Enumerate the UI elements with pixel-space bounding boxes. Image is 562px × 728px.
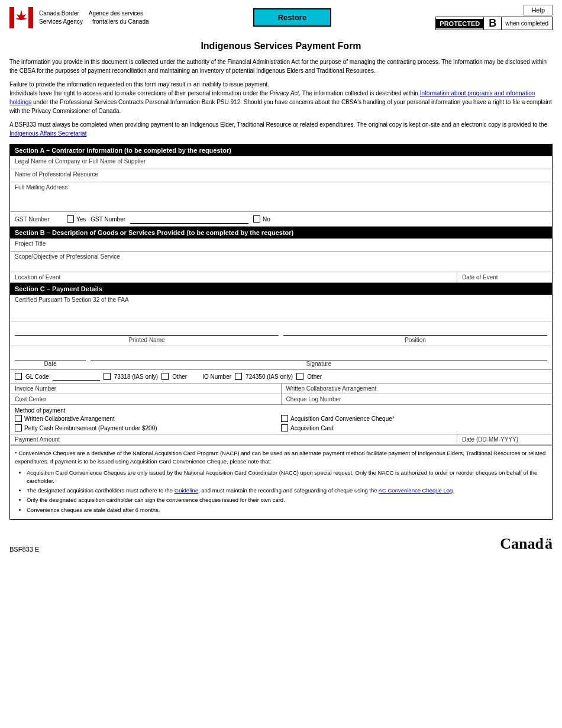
gst-number-field[interactable] [130,214,248,224]
io-other-cb[interactable] [296,373,303,380]
gl-line[interactable] [53,372,100,381]
svg-rect-0 [9,7,14,28]
gst-no-label: No [263,216,270,223]
method-row: Method of payment Written Collaborative … [10,405,552,434]
section-c-header: Section C – Payment Details [10,283,552,295]
payment-amount-label: Payment Amount [15,436,60,443]
method4-cb[interactable] [281,424,288,431]
signature-line[interactable] [91,349,547,360]
section-a-header: Section A – Contractor information (to b… [10,144,552,156]
cost-center-cell: Cost Center [10,394,282,404]
ac-log-link[interactable]: AC Convenience Cheque Log [379,487,453,494]
form-code: BSF833 E [9,546,39,553]
other-gl-label: Other [172,373,187,380]
canada-a-accented: ä [545,535,553,553]
agency-fr: Agence des services [89,9,143,18]
intro-text-3: Individuals have the right to access and… [9,90,552,114]
method-label: Method of payment [15,407,66,414]
date-sig-row: Date Signature [10,346,552,370]
certified-row: Certified Pursuant To Section 32 of the … [10,295,552,321]
gl-code-label: GL Code [25,373,49,380]
gst-number-label: GST Number [91,216,125,223]
method3-cb[interactable] [281,415,288,422]
io-section: IO Number 724350 (IAS only) Other [202,373,322,380]
date-block: Date [15,349,86,367]
gst-no-checkbox: No [253,215,270,223]
signature-label: Signature [306,360,332,367]
footnote-bullet3: Only the designated acquisition cardhold… [27,496,547,504]
printed-name-row: Printed Name Position [10,321,552,346]
help-button[interactable]: Help [524,5,553,15]
intro-text-2: Failure to provide the information reque… [9,81,269,88]
form-outer: Section A – Contractor information (to b… [9,144,553,520]
method4-option: Acquisition Card [281,424,547,431]
io-724350-cb[interactable] [235,373,242,380]
bsf-note: A BSF833 must always be completed when p… [9,120,553,138]
date-event-label: Date of Event [462,274,498,281]
restore-btn-area: Restore [253,8,331,27]
location-label: Location of Event [15,274,60,281]
printed-name-block: Printed Name [15,324,279,343]
cheque-log-label: Cheque Log Number [286,396,341,402]
top-header: Canada Border Agence des services Servic… [0,0,562,35]
agency-en2: Services Agency [39,18,83,26]
method2-cb[interactable] [15,424,22,431]
professional-label: Name of Professional Resource [15,171,98,178]
field-date-event: Date of Event [457,272,552,282]
intro-text-1: The information you provide in this docu… [9,59,547,74]
gl-cb[interactable] [15,373,22,380]
payment-date-label: Date (DD-MM-YYYY) [462,436,518,443]
canada-text: Canad [500,535,544,553]
method-options: Written Collaborative Arrangement Petty … [15,415,547,431]
intro-paragraph-2: Failure to provide the information reque… [9,80,553,115]
svg-rect-1 [28,7,33,28]
company-label: Legal Name of Company or Full Name of Su… [15,158,146,165]
protected-label: PROTECTED [436,19,483,28]
agency-text: Canada Border Agence des services Servic… [39,9,149,26]
footnote-bullet2: The designated acquisition cardholders m… [27,487,547,495]
canada-wordmark: Canadä [500,535,553,553]
scope-label: Scope/Objective of Professional Service [15,253,120,260]
io-number-label: IO Number [202,373,231,380]
intro-paragraph-1: The information you provide in this docu… [9,57,553,75]
field-scope: Scope/Objective of Professional Service [10,252,552,272]
date-line[interactable] [15,349,86,360]
gl-other-cb[interactable] [162,373,169,380]
gl-value: 73318 (IAS only) [114,373,159,380]
date-label: Date [44,360,56,367]
position-block: Position [283,324,547,343]
wca-label: Written Collaborative Arrangement [286,385,377,392]
position-line[interactable] [283,324,547,336]
field-project: Project Title [10,239,552,252]
agency-en: Canada Border [39,9,79,18]
form-title: Indigenous Services Payment Form [9,41,553,51]
gst-no-cb[interactable] [253,215,260,223]
gst-yes-cb[interactable] [67,215,74,223]
ias-link[interactable]: Indigenous Affairs Secretariat [9,130,86,137]
gst-yes-checkbox: Yes [67,215,86,223]
canada-flag-icon [9,7,33,28]
footnote-bullet1: Acquisition Card Convenience Cheques are… [27,469,547,486]
gl-73318-cb[interactable] [104,373,111,380]
gl-row: GL Code 73318 (IAS only) Other IO Number… [10,370,552,384]
project-label: Project Title [15,240,46,247]
printed-name-line[interactable] [15,324,279,336]
invoice-label: Invoice Number [15,385,56,392]
field-address: Full Mailing Address [10,182,552,212]
guideline-link[interactable]: Guideline [175,487,198,494]
payment-date-cell: Date (DD-MM-YYYY) [457,434,552,444]
method-col-right: Acquisition Card Convenience Cheque* Acq… [281,415,547,431]
location-date-row: Location of Event Date of Event [10,272,552,283]
method1-cb[interactable] [15,415,22,422]
method3-option: Acquisition Card Convenience Cheque* [281,415,547,422]
gst-label: GST Number [15,216,62,223]
payment-row: Payment Amount Date (DD-MM-YYYY) [10,434,552,445]
page-footer: BSF833 E Canadä [0,529,562,558]
method2-option: Petty Cash Reimbursement (Payment under … [15,424,281,431]
footnote: * Convenience Cheques are a derivative o… [10,445,552,519]
footnote-star: * Convenience Cheques are a derivative o… [15,450,545,465]
agency-fr2: frontaliers du Canada [92,18,149,26]
help-protected-area: Help PROTECTED B when completed [435,5,553,30]
footnote-list: Acquisition Card Convenience Cheques are… [15,469,547,514]
restore-button[interactable]: Restore [253,8,331,27]
